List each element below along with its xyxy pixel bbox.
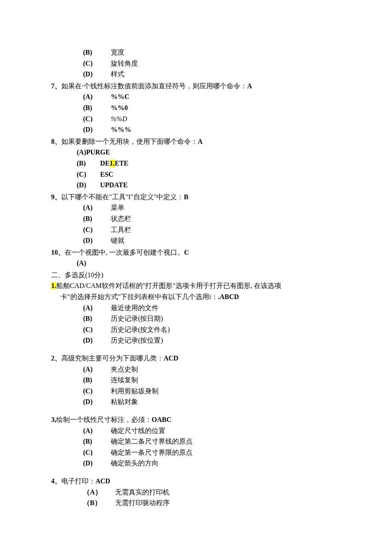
- option-row: (A) 夹点史制: [83, 364, 341, 375]
- option-text: 旋转角度: [111, 58, 341, 69]
- option-text: 确定第一条尺寸界限的原点: [111, 447, 341, 458]
- s2-question-4: 4、电子打印：ACD: [51, 476, 341, 487]
- question-text: 高级究制主要可分为下面哪儿类：: [61, 355, 164, 362]
- option-row: (B) 宽度: [83, 47, 341, 58]
- option-row: (B) %%0: [83, 102, 341, 113]
- option-row: (D) 键就: [83, 235, 341, 246]
- question-answer: C: [184, 249, 189, 256]
- option-text: 工具栏: [111, 224, 341, 235]
- option-text: 无需真实的打印机: [115, 487, 341, 498]
- option-row: (A) %%C: [83, 91, 341, 102]
- question-text: 如果在·个线性标注数值前面添加直径符号，则应用哪个命令：: [61, 82, 247, 90]
- s2q4-options: （A） 无需真实的打印机 （B） 无需打印驱动程序: [51, 487, 341, 509]
- q8-options: (A)PURGE (B) DE1.ETE (C) ESC (D) UPDATE: [51, 147, 341, 190]
- option-row: (B) 历史记录(按日期): [83, 313, 341, 324]
- option-letter: (B): [83, 47, 111, 58]
- option-letter: (A): [83, 364, 111, 375]
- highlighted-text: 1.: [110, 160, 115, 167]
- option-row: (C) 工具栏: [83, 224, 341, 235]
- option-letter: (A): [77, 258, 104, 269]
- question-10: 10、在一个视图中, 一次最多可创建个视口。C: [51, 247, 341, 258]
- question-text-line2: 卡"的选择开始方式"下拉列表框中有以下几个选用i：: [61, 293, 218, 300]
- question-answer: B: [184, 193, 188, 200]
- text-part: ETE: [115, 160, 128, 167]
- option-letter: (C): [83, 324, 111, 335]
- question-text: 如果要删除一个无用块，使用下面哪个命令：: [61, 138, 198, 145]
- question-answer: ACD: [95, 477, 110, 485]
- question-answer: A: [247, 82, 252, 90]
- option-row: (B) 连续复制: [83, 375, 341, 386]
- s2-question-1: 1.船舶CAD/CAM软件对话框的"打开图形"选项卡用于打开已有图形, 在该选项: [51, 280, 341, 291]
- option-text: 夹点史制: [111, 364, 341, 375]
- option-row: (D) 确定箭头的方向: [83, 458, 341, 469]
- question-answer: ACD: [164, 355, 179, 362]
- option-letter: (B): [77, 158, 100, 169]
- option-text: 利用剪贴坂身制: [111, 386, 341, 397]
- text-part: DE: [100, 160, 110, 167]
- option-letter: (C): [83, 58, 111, 69]
- question-answer: A: [198, 138, 203, 145]
- option-row: (D) 历史记录(按位置): [83, 335, 341, 346]
- option-text: %%%: [111, 124, 341, 135]
- option-text: 历史记录(按日期): [111, 313, 341, 324]
- question-number: 8、: [51, 138, 61, 145]
- option-text: 宽度: [111, 47, 341, 58]
- option-row: (B) 确定第二条尺寸界线的原点: [83, 436, 341, 447]
- question-number: 3,: [51, 416, 56, 423]
- option-letter: (C): [83, 224, 111, 235]
- option-letter: （A）: [83, 487, 115, 498]
- option-row: (C) %%D: [83, 113, 341, 125]
- option-letter: (D): [83, 458, 111, 469]
- option-text: 历史记录(按位置): [111, 335, 341, 346]
- option-text: 连续复制: [111, 375, 341, 386]
- q9-options: (A) 菜单 (B) 状态栏 (C) 工具栏 (D) 键就: [51, 202, 341, 246]
- option-text: 确定尺寸线的位置: [111, 425, 341, 436]
- question-text: 绘制一个线性尺寸标注，必须：: [56, 416, 152, 423]
- option-row: (A) 确定尺寸线的位置: [83, 425, 341, 436]
- option-row: （B） 无需打印驱动程序: [83, 497, 341, 509]
- option-text: 菜单: [111, 202, 341, 213]
- option-text: 最近使用的文件: [111, 302, 341, 314]
- option-row: (C) 历史记录(按文件名): [83, 324, 341, 335]
- question-number: 9、: [51, 193, 61, 200]
- option-letter: (D): [77, 180, 100, 191]
- option-letter: (B): [83, 213, 111, 224]
- s2-question-2: 2、高级究制主要可分为下面哪儿类：ACD: [51, 353, 341, 364]
- option-letter: (A): [83, 302, 111, 314]
- option-letter: (C): [77, 169, 100, 180]
- option-letter: (C): [83, 447, 111, 458]
- option-letter: (D): [83, 396, 111, 407]
- option-row: (C) 利用剪贴坂身制: [83, 386, 341, 397]
- question-number: 10、: [51, 249, 65, 256]
- question-number: 2、: [51, 355, 61, 362]
- option-letter: (B): [83, 436, 111, 447]
- option-text: ESC: [100, 169, 341, 180]
- option-text: 键就: [111, 235, 341, 246]
- option-letter: (A): [83, 91, 111, 102]
- question-number-highlighted: 1.: [51, 282, 56, 289]
- option-text: 状态栏: [111, 213, 341, 224]
- option-row: (A): [77, 258, 341, 269]
- question-answer: OABC: [152, 416, 171, 423]
- option-row: (D) UPDATE: [77, 180, 341, 191]
- option-letter: (A): [83, 425, 111, 436]
- q7-options: (A) %%C (B) %%0 (C) %%D (D) %%%: [51, 91, 341, 135]
- option-row: (C) ESC: [77, 169, 341, 180]
- question-number: 4、: [51, 477, 61, 485]
- option-text: 确定第二条尺寸界线的原点: [111, 436, 341, 447]
- question-text: 以下哪个不能在"工具"I"自定义"中定义：: [61, 193, 184, 200]
- option-row: (D) 样式: [83, 69, 341, 80]
- option-row: (D) 粘贴对象: [83, 396, 341, 407]
- option-a: (A)PURGE: [77, 147, 341, 158]
- option-letter: (D): [83, 69, 111, 80]
- option-row: (A) 菜单: [83, 202, 341, 213]
- option-row: (B) DE1.ETE: [77, 158, 341, 169]
- option-letter: (D): [83, 235, 111, 246]
- option-row: (C) 确定第一条尺寸界限的原点: [83, 447, 341, 458]
- q6-options: (B) 宽度 (C) 旋转角度 (D) 样式: [51, 47, 341, 80]
- option-text: 粘贴对象: [111, 396, 341, 407]
- option-row: (C) 旋转角度: [83, 58, 341, 69]
- option-letter: （B）: [83, 497, 115, 509]
- question-7: 7、如果在·个线性标注数值前面添加直径符号，则应用哪个命令：A: [51, 81, 341, 92]
- s2-question-3: 3,绘制一个线性尺寸标注，必须：OABC: [51, 414, 341, 425]
